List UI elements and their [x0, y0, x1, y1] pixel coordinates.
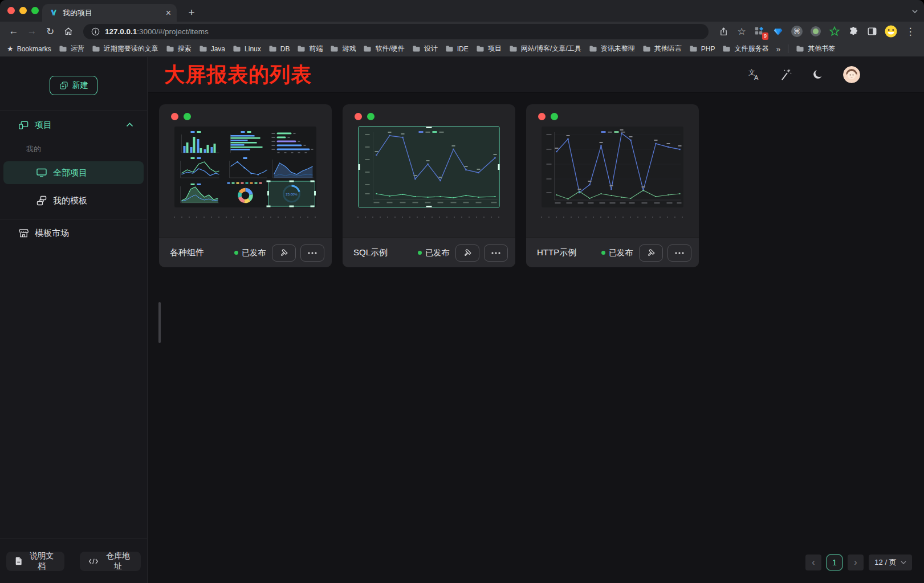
repo-label: 仓库地址 — [104, 551, 132, 572]
bookmark-folder[interactable]: Java — [199, 44, 225, 54]
bookmark-folder[interactable]: 游戏 — [330, 44, 356, 54]
magic-wand-icon[interactable] — [779, 68, 793, 81]
new-project-button[interactable]: 新建 — [50, 76, 97, 95]
bookmark-folder[interactable]: 前端 — [297, 44, 323, 54]
bookmark-star-icon[interactable]: ☆ — [734, 23, 750, 39]
bookmark-folder[interactable]: IDE — [445, 44, 469, 54]
bookmarks-overflow-chevron[interactable]: » — [776, 44, 780, 54]
tab-close-icon[interactable]: × — [166, 9, 171, 18]
tab-search-chevron-icon[interactable] — [911, 6, 918, 16]
status-dot — [418, 251, 422, 255]
bookmark-folder[interactable]: 项目 — [476, 44, 502, 54]
bookmarks-list: 运营 近期需要读的文章 搜索 Java Linux DB 前端 — [59, 44, 769, 54]
address-bar[interactable]: 127.0.0.1:3000/#/project/items — [83, 24, 709, 39]
project-card[interactable]: HTTP示例 已发布 — [526, 104, 699, 267]
bookmark-label: IDE — [457, 45, 469, 53]
red-dot — [538, 113, 546, 120]
ellipsis-icon — [491, 252, 500, 254]
status-label: 已发布 — [425, 248, 449, 258]
bookmarks-manager[interactable]: ★ Bookmarks — [7, 44, 51, 53]
extension-record-icon[interactable] — [808, 24, 823, 39]
bookmark-folder[interactable]: Linux — [233, 44, 261, 54]
bookmark-folder[interactable]: 其他语言 — [642, 44, 682, 54]
bookmark-label: 近期需要读的文章 — [104, 44, 158, 54]
side-panel-icon[interactable] — [865, 24, 880, 39]
pagination: ‹ 1 › 12 / 页 — [805, 555, 912, 570]
sidebar-item-all-projects[interactable]: 全部项目 — [3, 161, 144, 184]
next-page-button[interactable]: › — [848, 555, 864, 570]
status-label: 已发布 — [609, 248, 633, 258]
edit-project-button[interactable] — [639, 244, 663, 262]
project-card-list: 25.00% 各种组件 已发布 — [148, 93, 924, 267]
header-icons: 文 A — [747, 66, 860, 83]
prev-page-button[interactable]: ‹ — [805, 555, 821, 570]
status-dot — [601, 251, 605, 255]
extension-grid-icon[interactable]: 9 — [752, 24, 767, 39]
edit-project-button[interactable] — [272, 244, 296, 262]
forward-icon[interactable]: → — [24, 23, 40, 39]
edit-project-button[interactable] — [455, 244, 479, 262]
hammer-icon — [462, 248, 473, 258]
bookmark-folder[interactable]: 搜索 — [166, 44, 192, 54]
more-options-button[interactable] — [300, 244, 324, 262]
folder-icon — [59, 45, 67, 52]
bookmark-label: 运营 — [71, 44, 84, 54]
bookmark-folder[interactable]: 资讯未整理 — [589, 44, 635, 54]
share-icon[interactable] — [715, 23, 731, 39]
bookmark-folder[interactable]: 运营 — [59, 44, 84, 54]
green-dot — [367, 113, 375, 120]
profile-avatar-icon[interactable] — [884, 24, 898, 39]
extension-icons: 9 ⌘ ⋮ — [752, 23, 918, 39]
sidebar-footer: 说明文档 仓库地址 — [0, 539, 147, 583]
extensions-puzzle-icon[interactable] — [846, 24, 861, 39]
reload-icon[interactable]: ↻ — [42, 23, 58, 39]
new-tab-button[interactable]: + — [184, 5, 200, 21]
bookmark-folder[interactable]: 文件服务器 — [722, 44, 768, 54]
extension-star-icon[interactable] — [827, 24, 842, 39]
project-card[interactable]: SQL示例 已发布 — [343, 104, 515, 267]
bookmarks-label: Bookmarks — [17, 45, 51, 53]
window-zoom-button[interactable] — [31, 7, 39, 14]
folder-icon — [509, 45, 518, 52]
page-header: 大屏报表的列表 文 A — [148, 57, 924, 93]
project-thumbnail — [542, 127, 683, 207]
dotted-separator — [174, 217, 317, 218]
browser-toolbar: ← → ↻ 127.0.0.1:3000/#/project/items ☆ — [0, 22, 924, 41]
window-minimize-button[interactable] — [19, 7, 27, 14]
sidebar-item-projects[interactable]: 项目 — [0, 111, 147, 138]
user-avatar[interactable] — [843, 66, 860, 83]
dark-mode-moon-icon[interactable] — [811, 68, 825, 81]
more-options-button[interactable] — [484, 244, 508, 262]
back-icon[interactable]: ← — [6, 23, 22, 39]
dotted-separator — [357, 217, 500, 218]
current-page-button[interactable]: 1 — [827, 555, 842, 570]
bookmark-folder[interactable]: 软件/硬件 — [363, 44, 404, 54]
project-title: HTTP示例 — [537, 247, 601, 258]
ellipsis-icon — [308, 252, 317, 254]
browser-menu-icon[interactable]: ⋮ — [902, 23, 918, 39]
main-content: 大屏报表的列表 文 A — [148, 57, 924, 583]
other-bookmarks-folder[interactable]: 其他书签 — [796, 44, 835, 54]
bookmark-folder[interactable]: DB — [268, 44, 290, 54]
docs-label: 说明文档 — [27, 551, 56, 572]
bookmark-folder[interactable]: PHP — [689, 44, 715, 54]
more-options-button[interactable] — [667, 244, 691, 262]
language-icon[interactable]: 文 A — [747, 68, 761, 81]
page-size-select[interactable]: 12 / 页 — [869, 555, 912, 570]
scrollbar-thumb[interactable] — [158, 302, 161, 343]
sidebar-item-my-templates[interactable]: 我的模板 — [0, 189, 147, 212]
site-info-icon[interactable] — [91, 27, 100, 36]
extension-command-icon[interactable]: ⌘ — [789, 24, 804, 39]
bookmark-folder[interactable]: 设计 — [412, 44, 438, 54]
home-icon[interactable] — [60, 23, 76, 39]
browser-tab[interactable]: 我的项目 × — [42, 4, 177, 22]
project-card[interactable]: 25.00% 各种组件 已发布 — [159, 104, 332, 267]
bookmark-folder[interactable]: 近期需要读的文章 — [92, 44, 158, 54]
folder-icon — [268, 45, 277, 52]
repo-button[interactable]: 仓库地址 — [80, 552, 141, 571]
window-close-button[interactable] — [7, 7, 15, 14]
extension-gem-icon[interactable] — [771, 24, 785, 39]
bookmark-folder[interactable]: 网站/博客/文章/工具 — [509, 44, 581, 54]
docs-button[interactable]: 说明文档 — [6, 552, 64, 571]
sidebar-item-template-market[interactable]: 模板市场 — [0, 221, 147, 246]
